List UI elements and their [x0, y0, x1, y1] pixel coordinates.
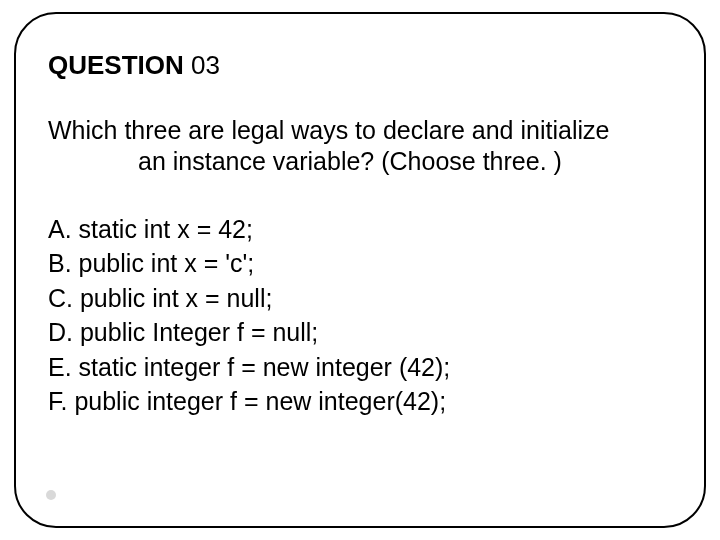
question-number: 03 [191, 50, 220, 80]
prompt-line-2: an instance variable? (Choose three. ) [48, 146, 676, 177]
question-heading: QUESTION 03 [48, 50, 676, 81]
slide: QUESTION 03 Which three are legal ways t… [0, 0, 720, 540]
decorative-circle-icon [46, 490, 56, 500]
option-c: C. public int x = null; [48, 281, 676, 316]
options-list: A. static int x = 42; B. public int x = … [48, 212, 676, 419]
question-word: QUESTION [48, 50, 184, 80]
option-e: E. static integer f = new integer (42); [48, 350, 676, 385]
question-prompt: Which three are legal ways to declare an… [48, 115, 676, 178]
option-a: A. static int x = 42; [48, 212, 676, 247]
option-f: F. public integer f = new integer(42); [48, 384, 676, 419]
option-b: B. public int x = 'c'; [48, 246, 676, 281]
rounded-frame: QUESTION 03 Which three are legal ways t… [14, 12, 706, 528]
option-d: D. public Integer f = null; [48, 315, 676, 350]
prompt-line-1: Which three are legal ways to declare an… [48, 116, 609, 144]
